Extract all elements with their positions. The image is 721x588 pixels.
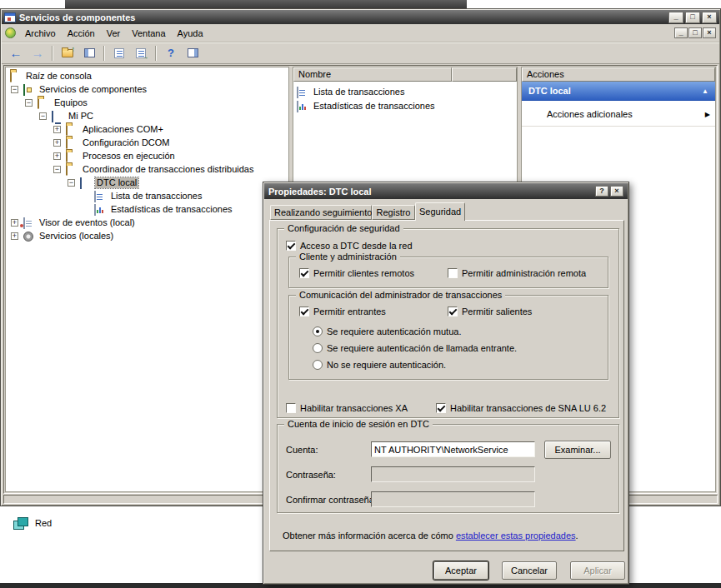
tree-item-label[interactable]: Mi PC — [67, 111, 95, 122]
context-help-button[interactable]: ? — [595, 186, 608, 197]
list-item-label[interactable]: Estadísticas de transacciones — [312, 101, 437, 112]
back-icon: ← — [10, 47, 23, 59]
tree-item[interactable]: Visor de eventos (local) — [6, 217, 288, 230]
ok-button[interactable]: Aceptar — [433, 561, 488, 580]
back-button[interactable]: ← — [6, 44, 26, 62]
tree-item[interactable]: Configuración DCOM — [6, 137, 288, 150]
up-one-level-button[interactable] — [58, 44, 78, 62]
tree-item[interactable]: Lista de transacciones — [6, 190, 288, 203]
network-desktop-item[interactable]: Red — [13, 514, 52, 532]
dialog-title: Propiedades: DTC local — [268, 187, 371, 197]
tree-item[interactable]: Estadísticas de transacciones — [6, 203, 288, 217]
tab-registro[interactable]: Registro — [372, 205, 415, 220]
tree-item-label[interactable]: DTC local — [95, 177, 138, 188]
tree-item[interactable]: Raíz de consola — [6, 70, 288, 83]
tree-item[interactable]: Aplicaciones COM+ — [6, 123, 288, 137]
forward-button[interactable]: → — [28, 44, 48, 62]
services-icon — [23, 232, 33, 242]
list-item[interactable]: Estadísticas de transacciones — [297, 100, 515, 114]
dialog-titlebar[interactable]: Propiedades: DTC local ? × — [264, 183, 628, 199]
help-button[interactable]: ? — [161, 44, 181, 62]
collapse-expander-icon[interactable] — [53, 166, 61, 173]
child-minimize-button[interactable]: _ — [674, 27, 688, 38]
transaction-stats-icon — [297, 101, 298, 112]
expand-expander-icon[interactable] — [53, 152, 61, 160]
tree-item[interactable]: Mi PC — [6, 110, 288, 123]
menu-ver[interactable]: Ver — [101, 26, 127, 41]
list-view-button[interactable] — [109, 44, 129, 62]
group-title: Comunicación del administrador de transa… — [296, 290, 505, 300]
menu-accion[interactable]: Acción — [62, 26, 101, 41]
window-titlebar[interactable]: Servicios de componentes _ □ × — [2, 10, 719, 24]
close-button[interactable]: × — [702, 12, 717, 23]
collapse-expander-icon[interactable] — [39, 112, 47, 120]
browse-button[interactable]: Examinar... — [544, 441, 611, 459]
child-restore-button[interactable]: □ — [688, 27, 702, 38]
expand-expander-icon[interactable] — [53, 139, 61, 147]
tree-item-label[interactable]: Estadísticas de transacciones — [109, 204, 234, 215]
no-auth-radio[interactable]: No se requiere autenticación. — [313, 359, 446, 371]
incoming-caller-auth-radio[interactable]: Se requiere autenticación de llamada ent… — [313, 342, 517, 354]
transaction-stats-icon — [94, 204, 96, 216]
enable-xa-checkbox[interactable]: Habilitar transacciones XA — [286, 402, 408, 414]
tree-item-label[interactable]: Configuración DCOM — [81, 137, 172, 148]
radio-label: Se requiere autenticación mutua. — [327, 326, 461, 336]
allow-remote-admin-checkbox[interactable]: Permitir administración remota — [448, 267, 586, 279]
cancel-button[interactable]: Cancelar — [502, 561, 557, 580]
checkbox-icon — [436, 403, 446, 413]
tree-item-label[interactable]: Raíz de consola — [24, 71, 93, 82]
checkbox-icon — [299, 268, 309, 278]
allow-inbound-checkbox[interactable]: Permitir entrantes — [299, 306, 386, 317]
menu-ventana[interactable]: Ventana — [126, 26, 171, 41]
checkbox-label: Permitir administración remota — [462, 268, 586, 278]
tree-item-label[interactable]: Aplicaciones COM+ — [81, 124, 165, 135]
tree-item-label[interactable]: Servicios (locales) — [38, 231, 115, 242]
child-close-button[interactable]: × — [703, 27, 716, 38]
expand-expander-icon[interactable] — [11, 232, 18, 240]
show-hide-action-pane-button[interactable] — [183, 44, 203, 62]
tree-item-label[interactable]: Visor de eventos (local) — [38, 217, 137, 228]
menu-ayuda[interactable]: Ayuda — [172, 26, 209, 41]
tree-item[interactable]: Procesos en ejecución — [6, 150, 288, 163]
collapse-expander-icon[interactable] — [25, 99, 33, 107]
export-list-button[interactable] — [131, 44, 151, 62]
tree-item-label[interactable]: Lista de transacciones — [109, 191, 203, 202]
tree-item-label[interactable]: Procesos en ejecución — [81, 151, 177, 162]
dialog-close-button[interactable]: × — [610, 186, 623, 197]
tree-item[interactable]: Servicios (locales) — [6, 230, 288, 243]
tree-item-label[interactable]: Servicios de componentes — [38, 84, 148, 95]
allow-outbound-checkbox[interactable]: Permitir salientes — [448, 306, 532, 317]
actions-group-header[interactable]: ▲ DTC local — [522, 82, 715, 101]
tab-seguridad[interactable]: Seguridad — [415, 202, 465, 221]
menu-archivo[interactable]: Archivo — [19, 26, 62, 41]
info-prefix: Obtener más información acerca de cómo — [283, 531, 456, 541]
tree-item[interactable]: Equipos — [6, 97, 288, 110]
list-item-label[interactable]: Lista de transacciones — [312, 87, 406, 97]
tree-item-label[interactable]: Coordinador de transacciones distribuida… — [81, 164, 255, 175]
show-hide-console-tree-button[interactable] — [79, 44, 99, 62]
expand-expander-icon[interactable] — [11, 219, 18, 227]
tab-realizando-seguimiento[interactable]: Realizando seguimiento — [270, 205, 372, 220]
tree-item-selected[interactable]: DTC local — [6, 177, 288, 190]
maximize-button[interactable]: □ — [685, 12, 700, 23]
allow-remote-clients-checkbox[interactable]: Permitir clientes remotos — [299, 267, 414, 279]
minimize-button[interactable]: _ — [668, 12, 683, 23]
tree-item[interactable]: Servicios de componentes — [6, 83, 288, 97]
collapse-expander-icon[interactable] — [11, 86, 18, 93]
tree-item[interactable]: Coordinador de transacciones distribuida… — [6, 163, 288, 177]
collapse-expander-icon[interactable] — [68, 179, 75, 187]
console-tree-toggle-icon — [84, 48, 95, 57]
more-actions-item[interactable]: Acciones adicionales ▶ — [522, 107, 715, 122]
mutual-auth-radio[interactable]: Se requiere autenticación mutua. — [313, 326, 461, 337]
tree-item-label[interactable]: Equipos — [53, 97, 89, 108]
column-header-nombre[interactable]: Nombre — [293, 67, 452, 82]
account-input[interactable] — [371, 441, 535, 457]
collapse-group-icon[interactable]: ▲ — [702, 82, 708, 101]
group-title: Cuenta de inicio de sesión en DTC — [284, 419, 433, 429]
network-dtc-access-checkbox[interactable]: Acceso a DTC desde la red — [286, 240, 413, 252]
enable-sna-checkbox[interactable]: Habilitar transacciones de SNA LU 6.2 — [436, 402, 606, 414]
expand-expander-icon[interactable] — [53, 126, 61, 133]
list-item[interactable]: Lista de transacciones — [297, 86, 515, 100]
properties-help-link[interactable]: establecer estas propiedades — [456, 531, 576, 541]
apply-button: Aplicar — [570, 561, 625, 580]
